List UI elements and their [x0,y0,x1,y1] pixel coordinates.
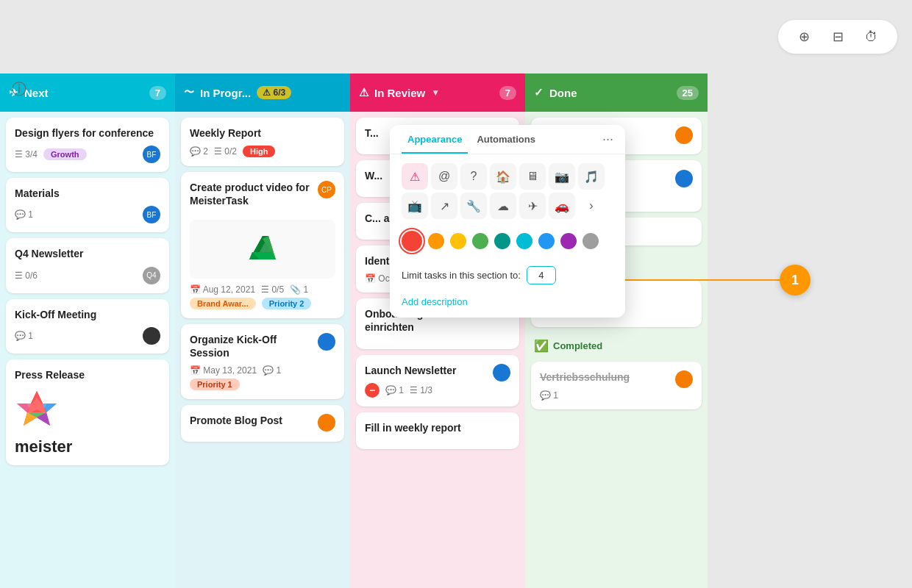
avatar [143,327,160,345]
task-tags: Priority 1 [190,379,335,390]
info-icon[interactable]: ⓘ [12,79,26,99]
icon-monitor-btn[interactable]: 🖥 [519,163,546,190]
icon-cloud-btn[interactable]: ☁ [490,193,516,219]
column-next: ✈ Next 7 Design flyers for conference ☰ … [0,74,175,588]
drive-icon [245,232,280,267]
inprogress-column-body: Weekly Report 💬 2 ☰ 0/2 High Create prod… [175,112,350,588]
task-title: Materials [15,187,160,200]
task-card[interactable]: Materials 💬 1 BF [6,178,169,232]
task-title: Press Release [15,368,160,381]
timer-button[interactable]: ⏱ [861,26,883,48]
task-card-kickoff[interactable]: Organize Kick-Off Session 📅 May 13, 2021… [181,324,344,399]
inprogress-column-header: 〜 In Progr... ⚠ 6/3 [175,74,350,112]
top-icons-group: ⊕ ⊟ ⏱ [778,20,897,54]
avatar [675,126,693,144]
color-cyan[interactable] [516,233,532,249]
icon-camera-btn[interactable]: 📷 [549,163,575,190]
top-bar: ⊕ ⊟ ⏱ [0,0,912,74]
task-meta-attach: 📎 1 [290,284,308,295]
task-card-promote[interactable]: Promote Blog Post [181,405,344,442]
inreview-column-header: ⚠ In Review ▼ 7 [350,74,525,112]
inprogress-icon: 〜 [184,86,194,99]
task-card[interactable]: Q4 Newsletter ☰ 0/6 Q4 [6,238,169,293]
color-red[interactable] [402,231,422,251]
task-meta: 💬 2 ☰ 0/2 High [190,146,335,157]
inreview-dropdown-icon[interactable]: ▼ [431,87,440,98]
inreview-warning-icon: ⚠ [359,86,368,99]
avatar [493,364,510,381]
tab-automations[interactable]: Automations [471,125,541,154]
task-meta-tasks: ☰ 0/6 [15,270,38,281]
inprogress-warning: ⚠ 6/3 [257,86,291,99]
color-gray[interactable] [583,233,599,249]
task-card-newsletter[interactable]: Launch Newsletter − 💬 1 ☰ 1/3 [356,355,519,406]
popup-more-button[interactable]: ··· [602,132,613,147]
task-meta: − 💬 1 ☰ 1/3 [365,383,510,398]
tag-priority1: Priority 1 [190,379,240,390]
task-card-press-release[interactable]: Press Release meister [6,359,169,465]
task-title: Organize Kick-Off Session [190,333,313,359]
icon-warning-btn[interactable]: ⚠ [402,163,428,190]
color-purple[interactable] [560,233,577,249]
color-blue[interactable] [538,233,555,249]
appearance-popup: Appearance Automations ··· ⚠ @ ? 🏠 🖥 📷 🎵… [390,125,625,318]
task-card[interactable]: Kick-Off Meeting 💬 1 [6,299,169,354]
completed-icon-2: ✅ [534,339,549,353]
task-card-weekly-report[interactable]: Weekly Report 💬 2 ☰ 0/2 High [181,118,344,166]
task-title: Promote Blog Post [190,414,282,427]
red-minus-icon: − [365,383,380,398]
step-badge: 1 [780,265,811,295]
task-meta-notes: 💬 1 [540,390,558,401]
limit-label: Limit tasks in this section to: [402,270,521,281]
avatar [318,333,335,351]
task-title: Fill in weekly report [365,421,510,434]
column-inprogress: 〜 In Progr... ⚠ 6/3 Weekly Report 💬 2 ☰ … [175,74,350,588]
task-meta-tasks: ☰ 0/2 [214,146,237,157]
limit-input[interactable] [527,266,556,284]
icon-home-btn[interactable]: 🏠 [490,163,516,190]
color-orange[interactable] [428,233,444,249]
filter-button[interactable]: ⊟ [827,26,849,48]
task-card-product-video[interactable]: Create product video for MeisterTask CP [181,172,344,318]
icon-question-btn[interactable]: ? [460,163,487,190]
task-meta: ☰ 3/4 Growth BF [15,146,160,163]
avatar: CP [318,181,335,198]
icon-car-btn[interactable]: 🚗 [549,193,575,219]
avatar: BF [143,206,160,223]
icon-share-btn[interactable]: ↗ [431,193,457,219]
task-meta-tasks: ☰ 3/4 [15,149,38,159]
icon-more-btn[interactable]: › [578,193,605,219]
color-green[interactable] [472,233,488,249]
icon-tool-btn[interactable]: 🔧 [460,193,487,219]
inreview-count: 7 [499,86,516,100]
add-description-button[interactable]: Add description [390,290,625,318]
icon-tv-btn[interactable]: 📺 [402,193,428,219]
add-button[interactable]: ⊕ [793,26,815,48]
task-card[interactable]: Design flyers for conference ☰ 3/4 Growt… [6,118,169,172]
avatar [675,370,693,388]
icon-music-btn[interactable]: 🎵 [578,163,605,190]
icon-grid: ⚠ @ ? 🏠 🖥 📷 🎵 📺 ↗ 🔧 ☁ ✈ 🚗 › [390,154,625,225]
task-card-fill-weekly[interactable]: Fill in weekly report [356,412,519,449]
task-title-strikethrough-2: Vertriebsschulung [540,370,630,384]
icon-plane-btn[interactable]: ✈ [519,193,546,219]
task-meta: 💬 1 [540,390,693,401]
color-picker [390,225,625,260]
popup-tabs: Appearance Automations ··· [390,125,625,154]
color-yellow[interactable] [450,233,466,249]
meister-text: meister [15,437,160,456]
task-meta-date: 📅 May 13, 2021 [190,365,257,376]
tab-appearance[interactable]: Appearance [402,125,468,154]
inprogress-label: In Progr... [200,87,251,99]
task-meta: 💬 1 [15,327,160,345]
icon-at-btn[interactable]: @ [431,163,457,190]
tag-priority2: Priority 2 [262,298,312,309]
task-card-vertrieb-done[interactable]: Vertriebsschulung 💬 1 [531,362,702,409]
color-teal[interactable] [494,233,510,249]
task-meta-tasks: ☰ 0/5 [261,284,284,295]
task-tag-high: High [243,146,275,157]
completed-group-header-2[interactable]: ✅ Completed [531,333,702,356]
task-meta-notes: 💬 2 [190,146,208,157]
task-meta-notes: 💬 1 [263,365,281,376]
task-title: Design flyers for conference [15,126,160,140]
